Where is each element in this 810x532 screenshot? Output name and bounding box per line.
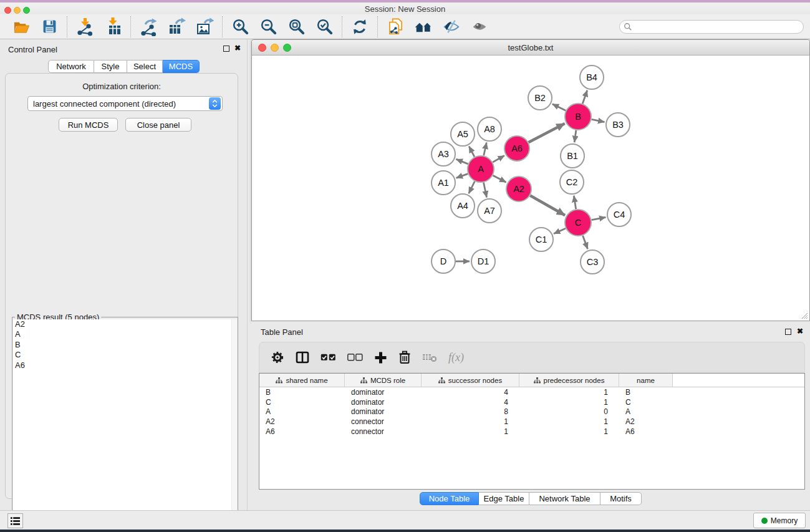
graph-node-A8[interactable]: A8 xyxy=(478,117,501,141)
mcds-result-item[interactable]: A6 xyxy=(13,360,237,370)
edge-B-B1[interactable] xyxy=(574,130,576,142)
tab-select[interactable]: Select xyxy=(127,60,163,73)
zoom-out-icon[interactable] xyxy=(259,17,277,36)
select-all-icon[interactable] xyxy=(321,354,336,361)
table-row[interactable]: Bdominator41B xyxy=(259,387,804,397)
edge-C-C2[interactable] xyxy=(574,196,576,210)
zoom-selected-icon[interactable] xyxy=(315,17,334,36)
deselect-all-icon[interactable] xyxy=(347,354,363,361)
network-document-icon[interactable] xyxy=(386,17,405,36)
table-row[interactable]: Adominator80A xyxy=(259,407,804,417)
table-cell[interactable]: A xyxy=(619,407,673,416)
export-image-icon[interactable] xyxy=(195,17,214,36)
table-row[interactable]: A2connector11A2 xyxy=(259,417,804,427)
table-cell[interactable]: A2 xyxy=(619,417,673,426)
memory-button[interactable]: Memory xyxy=(753,513,806,528)
table-cell[interactable]: 1 xyxy=(519,398,619,407)
graph-node-A7[interactable]: A7 xyxy=(478,199,501,223)
import-table-icon[interactable] xyxy=(104,17,122,36)
mcds-result-item[interactable]: C xyxy=(13,350,237,360)
table-cell[interactable]: 4 xyxy=(422,388,519,397)
table-cell[interactable]: A2 xyxy=(259,417,345,426)
export-table-icon[interactable] xyxy=(167,17,186,36)
table-cell[interactable]: 1 xyxy=(422,417,519,426)
edge-B-B3[interactable] xyxy=(592,119,605,122)
tab-motifs[interactable]: Motifs xyxy=(600,492,642,505)
edge-A-A2[interactable] xyxy=(493,175,506,182)
column-header-name[interactable]: name xyxy=(619,374,673,387)
column-header-successor-nodes[interactable]: successor nodes xyxy=(422,374,519,387)
graph-node-A6[interactable]: A6 xyxy=(504,136,529,161)
edge-A6-B[interactable] xyxy=(529,123,565,142)
table-cell[interactable]: B xyxy=(619,388,673,397)
mcds-result-item[interactable]: A xyxy=(13,329,237,339)
network-canvas[interactable]: B4B2BB3A5A8A6A3B1AA1C2A2A4A7C4CC1C3DD1 xyxy=(253,56,809,321)
split-table-icon[interactable] xyxy=(296,351,309,364)
home-pair-icon[interactable] xyxy=(414,17,433,36)
graph-node-B2[interactable]: B2 xyxy=(528,86,552,110)
graph-node-A4[interactable]: A4 xyxy=(451,194,475,218)
edge-A-A4[interactable] xyxy=(469,181,475,194)
table-cell[interactable]: A6 xyxy=(619,427,673,436)
graph-node-C3[interactable]: C3 xyxy=(581,250,604,274)
table-cell[interactable]: 4 xyxy=(422,398,519,407)
table-row[interactable]: Cdominator41C xyxy=(259,397,804,407)
search-input[interactable] xyxy=(632,21,803,32)
edge-A-A1[interactable] xyxy=(456,174,468,178)
edge-A-A5[interactable] xyxy=(469,147,475,157)
save-session-icon[interactable] xyxy=(40,17,59,36)
graph-node-B4[interactable]: B4 xyxy=(580,65,604,89)
table-cell[interactable]: 1 xyxy=(519,417,619,426)
table-cell[interactable]: 8 xyxy=(422,407,519,416)
graph-node-C[interactable]: C xyxy=(565,210,591,236)
table-cell[interactable]: 1 xyxy=(519,388,619,397)
tab-mcds[interactable]: MCDS xyxy=(163,60,200,73)
zoom-fit-icon[interactable] xyxy=(287,17,306,36)
graph-node-A[interactable]: A xyxy=(468,156,494,182)
float-table-panel-icon[interactable] xyxy=(785,329,791,335)
graph-node-D1[interactable]: D1 xyxy=(471,249,495,273)
graph-node-A2[interactable]: A2 xyxy=(506,177,531,201)
table-cell[interactable]: connector xyxy=(345,427,422,436)
edge-B-B4[interactable] xyxy=(582,90,587,104)
show-eye-icon[interactable] xyxy=(470,17,489,36)
edge-B-B2[interactable] xyxy=(552,104,566,111)
column-header-MCDS-role[interactable]: MCDS role xyxy=(345,374,422,387)
gear-icon[interactable] xyxy=(271,351,284,364)
table-cell[interactable]: dominator xyxy=(345,388,422,397)
run-mcds-button[interactable]: Run MCDS xyxy=(59,118,118,132)
zoom-in-icon[interactable] xyxy=(231,17,249,36)
refresh-layout-icon[interactable] xyxy=(350,17,369,36)
graph-node-B[interactable]: B xyxy=(565,104,591,130)
table-cell[interactable]: dominator xyxy=(345,407,422,416)
graph-node-C2[interactable]: C2 xyxy=(560,170,584,194)
table-cell[interactable]: dominator xyxy=(345,398,422,407)
tab-style[interactable]: Style xyxy=(94,60,127,73)
float-panel-icon[interactable] xyxy=(223,46,229,52)
criterion-dropdown[interactable]: largest connected component (directed) xyxy=(27,96,223,111)
table-cell[interactable]: C xyxy=(259,398,345,407)
table-cell[interactable]: 1 xyxy=(519,427,619,436)
open-session-icon[interactable] xyxy=(12,17,31,36)
close-panel-icon[interactable]: ✖ xyxy=(234,42,241,54)
column-header-predecessor-nodes[interactable]: predecessor nodes xyxy=(519,374,619,387)
graph-node-A5[interactable]: A5 xyxy=(451,122,475,146)
edge-A-A3[interactable] xyxy=(456,159,468,164)
delete-icon[interactable] xyxy=(398,351,411,364)
table-cell[interactable]: C xyxy=(619,398,673,407)
graph-node-C4[interactable]: C4 xyxy=(607,203,631,226)
column-header-shared-name[interactable]: shared name xyxy=(259,374,345,387)
tab-network-table[interactable]: Network Table xyxy=(529,492,600,505)
edge-A2-C[interactable] xyxy=(530,195,565,215)
edge-A-A8[interactable] xyxy=(484,142,487,155)
table-row[interactable]: A6connector11A6 xyxy=(259,427,804,437)
resize-grip-icon[interactable] xyxy=(801,312,808,319)
edge-A-A7[interactable] xyxy=(483,183,486,198)
close-table-panel-icon[interactable]: ✖ xyxy=(797,326,803,337)
edge-A-A6[interactable] xyxy=(493,155,504,162)
table-cell[interactable]: 1 xyxy=(422,427,519,436)
graph-node-D[interactable]: D xyxy=(432,249,455,273)
delete-table-icon[interactable] xyxy=(422,352,437,363)
graph-node-A1[interactable]: A1 xyxy=(432,171,455,195)
table-cell[interactable]: A xyxy=(259,407,345,416)
